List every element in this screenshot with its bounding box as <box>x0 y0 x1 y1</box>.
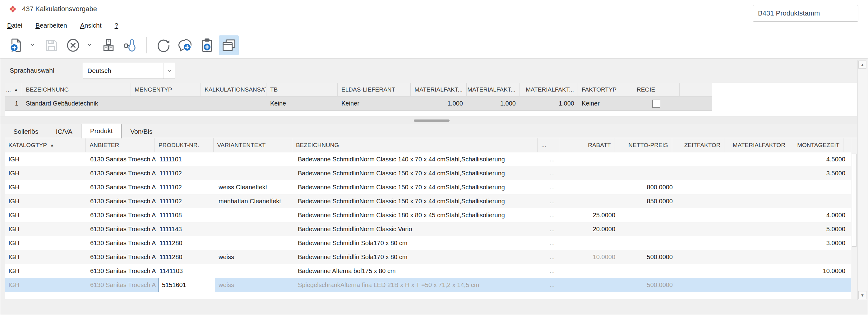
column-header-bezeichnung[interactable]: BEZEICHNUNG <box>292 138 537 152</box>
table-cell[interactable] <box>563 180 619 194</box>
table-cell[interactable]: 1111102 <box>156 194 215 208</box>
table-cell[interactable]: Badewanne Schmidlin Sola170 x 80 cm <box>294 250 541 264</box>
table-cell[interactable] <box>563 278 619 292</box>
comment-add-button[interactable] <box>175 35 195 55</box>
table-cell[interactable] <box>215 236 294 250</box>
table-cell[interactable] <box>563 264 619 278</box>
table-cell[interactable] <box>156 278 215 292</box>
table-cell[interactable] <box>730 152 795 166</box>
table-cell[interactable]: 1111108 <box>156 208 215 222</box>
table-row[interactable]: IGH6130 Sanitas Troesch AG1111102weiss C… <box>5 180 851 194</box>
table-cell[interactable]: 1 <box>5 97 22 110</box>
column-header-zeitfaktor[interactable]: ZEITFAKTOR <box>672 138 725 152</box>
table-cell[interactable]: 6130 Sanitas Troesch AG <box>86 208 156 222</box>
table-cell[interactable]: weiss <box>215 250 294 264</box>
table-cell[interactable] <box>201 97 267 110</box>
column-header-materialfakt[interactable]: MATERIALFAKT... <box>411 83 467 96</box>
table-cell[interactable] <box>677 208 730 222</box>
table-cell[interactable]: 3.5000 <box>795 166 849 180</box>
column-header-montagezeit[interactable]: MONTAGEZEIT <box>789 138 843 152</box>
table-cell[interactable]: 10.0000 <box>563 250 619 264</box>
context-field[interactable]: B431 Produktstamm <box>753 5 858 22</box>
table-cell[interactable]: Keiner <box>338 97 411 110</box>
table-cell[interactable]: 10.0000 <box>795 264 849 278</box>
column-header-katalogtyp[interactable]: KATALOGTYP ▲ <box>5 138 86 152</box>
table-cell[interactable]: 20.0000 <box>563 222 619 236</box>
table-cell[interactable]: 1.000 <box>467 97 520 110</box>
menu-ansicht[interactable]: Ansicht <box>80 22 102 29</box>
table-cell[interactable] <box>563 166 619 180</box>
more-button[interactable]: ... <box>541 152 563 166</box>
table-cell[interactable] <box>619 152 677 166</box>
chevron-down-icon[interactable] <box>164 63 175 78</box>
menu-item[interactable]: ? <box>115 22 119 29</box>
table-cell[interactable] <box>619 166 677 180</box>
table-cell[interactable] <box>677 194 730 208</box>
table-cell[interactable]: IGH <box>5 250 86 264</box>
table-row[interactable]: IGH6130 Sanitas Troesch AG1111102manhatt… <box>5 194 851 208</box>
table-cell[interactable]: IGH <box>5 264 86 278</box>
table-cell[interactable]: 6130 Sanitas Troesch AG <box>86 264 156 278</box>
table-cell[interactable] <box>730 264 795 278</box>
table-row[interactable]: IGH6130 Sanitas Troesch AG1141103Badewan… <box>5 264 851 278</box>
table-cell[interactable] <box>795 180 849 194</box>
column-header-item[interactable]: ... <box>537 138 559 152</box>
table-row[interactable]: IGH6130 Sanitas Troesch AGweissSpiegelsc… <box>5 278 851 292</box>
more-button[interactable]: ... <box>541 180 563 194</box>
table-cell[interactable]: 25.0000 <box>563 208 619 222</box>
column-header-faktortyp[interactable]: FAKTORTYP <box>578 83 633 96</box>
table-cell[interactable]: 800.0000 <box>619 180 677 194</box>
table-cell[interactable]: IGH <box>5 180 86 194</box>
table-cell[interactable]: 500.0000 <box>619 250 677 264</box>
menu-datei[interactable]: Datei <box>7 22 22 29</box>
table-cell[interactable]: 1111101 <box>156 152 215 166</box>
table-row[interactable]: IGH6130 Sanitas Troesch AG1111280weissBa… <box>5 250 851 264</box>
table-cell[interactable]: 6130 Sanitas Troesch AG <box>86 236 156 250</box>
more-button[interactable]: ... <box>541 250 563 264</box>
table-cell[interactable] <box>730 278 795 292</box>
menu-bearbeiten[interactable]: Bearbeiten <box>35 22 67 29</box>
table-cell[interactable]: 4.5000 <box>795 152 849 166</box>
table-cell[interactable]: Badewanne Schmidlin Sola170 x 80 cm <box>294 236 541 250</box>
more-button[interactable]: ... <box>541 236 563 250</box>
table-cell[interactable]: 1.000 <box>520 97 578 110</box>
scroll-down-button[interactable]: ▼ <box>858 291 866 299</box>
save-button[interactable] <box>41 35 61 55</box>
table-cell[interactable] <box>619 264 677 278</box>
tab-sollerl-s[interactable]: Sollerlös <box>5 126 47 138</box>
table-cell[interactable]: weiss <box>215 278 294 292</box>
column-header-materialfaktor[interactable]: MATERIALFAKTOR <box>724 138 789 152</box>
assign-button[interactable] <box>120 35 140 55</box>
table-cell[interactable] <box>677 152 730 166</box>
column-header-netto-preis[interactable]: NETTO-PREIS <box>615 138 672 152</box>
table-cell[interactable]: Badewanne Alterna bol175 x 80 cm <box>294 264 541 278</box>
table-cell[interactable]: 6130 Sanitas Troesch AG <box>86 250 156 264</box>
table-cell[interactable] <box>619 236 677 250</box>
new-record-button-dropdown[interactable] <box>28 35 37 55</box>
table-cell[interactable]: 6130 Sanitas Troesch AG <box>86 152 156 166</box>
table-cell[interactable] <box>795 250 849 264</box>
table-cell[interactable] <box>730 222 795 236</box>
table-cell[interactable]: manhattan Cleaneffekt <box>215 194 294 208</box>
table-cell[interactable] <box>677 264 730 278</box>
column-header-bezeichnung[interactable]: BEZEICHNUNG <box>22 83 131 96</box>
table-cell[interactable]: weiss Cleaneffekt <box>215 180 294 194</box>
table-cell[interactable] <box>619 208 677 222</box>
more-button[interactable]: ... <box>541 208 563 222</box>
table-cell[interactable]: IGH <box>5 194 86 208</box>
column-header-eldas-lieferant[interactable]: ELDAS-LIEFERANT <box>338 83 411 96</box>
table-cell[interactable]: 850.0000 <box>619 194 677 208</box>
table-cell[interactable]: 6130 Sanitas Troesch AG <box>86 180 156 194</box>
form-scrollbar[interactable]: ▲ ▼ <box>858 60 867 300</box>
grid-scrollbar[interactable] <box>851 138 857 299</box>
table-cell[interactable]: 500.0000 <box>619 278 677 292</box>
table-cell[interactable]: Badewanne SchmidlinNorm Classic 150 x 70… <box>294 180 541 194</box>
table-cell[interactable] <box>730 250 795 264</box>
produkt-nr-edit-input[interactable] <box>158 278 215 292</box>
table-cell[interactable]: 1.000 <box>411 97 467 110</box>
column-header-materialfakt[interactable]: MATERIALFAKT... <box>467 83 520 96</box>
language-select[interactable]: Deutsch <box>83 63 175 79</box>
table-cell[interactable]: 1111143 <box>156 222 215 236</box>
table-cell[interactable]: Badewanne SchmidlinNorm Classic 150 x 70… <box>294 166 541 180</box>
table-cell[interactable]: 4.0000 <box>795 208 849 222</box>
